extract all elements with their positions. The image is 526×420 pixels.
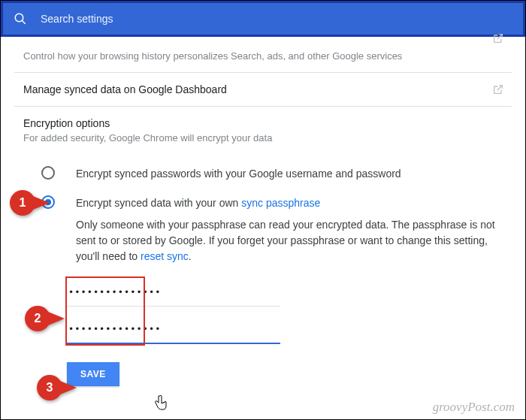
- encryption-subtitle: For added security, Google Chrome will e…: [23, 132, 503, 144]
- save-row: SAVE: [67, 362, 512, 386]
- settings-content: Control how your browsing history person…: [1, 37, 525, 386]
- cursor-pointer-icon: [154, 394, 168, 414]
- encryption-options: Encrypt synced passwords with your Googl…: [14, 154, 512, 264]
- settings-search-bar[interactable]: [1, 1, 525, 37]
- external-link-icon: [492, 83, 504, 98]
- search-input[interactable]: [41, 13, 512, 25]
- confirm-passphrase-field[interactable]: [67, 316, 280, 344]
- watermark: groovyPost.com: [433, 400, 515, 415]
- opt1-label: Encrypt synced passwords with your Googl…: [76, 168, 401, 180]
- history-subtitle: Control how your browsing history person…: [23, 50, 503, 62]
- encryption-header: Encryption options For added security, G…: [14, 107, 512, 154]
- encryption-title: Encryption options: [23, 117, 503, 129]
- svg-point-0: [15, 14, 23, 22]
- annotation-callout-2: 2: [25, 306, 65, 331]
- external-link-icon: [492, 32, 504, 47]
- reset-sync-link[interactable]: reset sync: [141, 250, 189, 262]
- passphrase-field[interactable]: [67, 278, 280, 307]
- sync-passphrase-link[interactable]: sync passphrase: [241, 197, 320, 209]
- opt2-description: Only someone with your passphrase can re…: [76, 217, 503, 264]
- passphrase-inputs: [67, 278, 512, 344]
- encrypt-passphrase-option[interactable]: Encrypt synced data with your own sync p…: [23, 195, 503, 264]
- annotation-callout-3: 3: [37, 375, 77, 400]
- dashboard-row[interactable]: Manage synced data on Google Dashboard: [14, 73, 512, 107]
- dashboard-title: Manage synced data on Google Dashboard: [23, 83, 503, 95]
- radio-unselected-icon[interactable]: [41, 166, 55, 180]
- history-personalization-row[interactable]: Control how your browsing history person…: [14, 37, 512, 73]
- svg-line-1: [22, 20, 26, 24]
- search-icon: [14, 12, 27, 26]
- encrypt-passwords-option[interactable]: Encrypt synced passwords with your Googl…: [23, 166, 503, 182]
- opt2-label-prefix: Encrypt synced data with your own: [76, 197, 241, 209]
- annotation-callout-1: 1: [10, 190, 50, 216]
